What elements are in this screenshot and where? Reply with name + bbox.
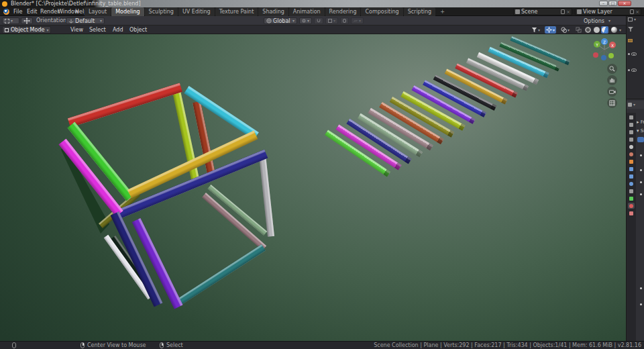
tab-scripting[interactable]: Scripting [404,7,436,16]
panel-surface-fragment[interactable]: ▾ Su [637,128,644,134]
shading-solid-button[interactable] [592,26,601,34]
properties-tab-scene[interactable] [628,144,635,150]
chevron-down-icon: ▾ [553,28,555,32]
object-visibility-dropdown[interactable]: ▾ [530,26,541,34]
minimize-button[interactable]: – [599,1,608,6]
options-dropdown[interactable]: Options ▾ [581,17,613,24]
eye-visibility-icon[interactable] [631,68,637,72]
shading-wireframe-button[interactable] [584,26,592,34]
tab-texture-paint[interactable]: Texture Paint [215,7,258,16]
tab-sculpting[interactable]: Sculpting [145,7,178,16]
outliner-object-row[interactable] [628,68,637,72]
proportional-circle-icon [343,19,346,23]
properties-tab-world[interactable] [628,151,635,157]
perspective-toggle-button[interactable] [607,98,617,108]
axis-navigation-gizmo[interactable]: Z Y X [587,36,622,64]
gizmos-dropdown[interactable]: ▾ [545,26,556,34]
cube-mauve-beam[interactable] [202,193,266,250]
slider-handle[interactable] [640,181,642,183]
overlays-dropdown[interactable]: ▾ [559,26,571,34]
cube-teal-beam[interactable] [176,244,266,305]
scene-statistics: Scene Collection | Plane | Verts:292 | F… [374,342,641,348]
select-menu[interactable]: Select [86,26,109,34]
material-icon [629,204,633,208]
mode-dropdown[interactable]: Object Mode ▾ [2,26,51,34]
unlink-scene-icon[interactable]: × [566,9,570,15]
maximize-button[interactable]: □ [608,1,617,6]
menu-file[interactable]: File [11,7,25,16]
chevron-down-icon: ▾ [633,103,635,107]
properties-tab-particles[interactable] [628,173,635,179]
properties-tab-view-layer[interactable] [628,136,635,142]
scene-selector[interactable]: Scene × [513,8,572,15]
xray-toggle[interactable] [574,26,583,34]
properties-tab-modifiers[interactable] [628,166,635,172]
shading-material-preview-button[interactable] [601,26,608,34]
orientation-dropdown[interactable]: Default ▾ [66,17,105,24]
snap-target-dropdown[interactable]: ▾ [325,17,338,24]
falloff-dropdown[interactable]: ▾ [351,17,364,24]
properties-tab-texture[interactable] [628,210,635,216]
cube-silver-beam[interactable] [259,154,274,236]
properties-tab-constraints[interactable] [628,188,635,194]
shading-dropdown[interactable]: ▾ [618,26,623,34]
chevron-down-icon: ▾ [608,19,610,23]
new-view-layer-icon[interactable] [630,9,634,14]
properties-tab-output[interactable] [628,129,635,135]
slider-handle[interactable] [640,154,642,156]
middle-mouse-icon [80,342,85,348]
active-tool-dropdown[interactable]: ▾ [2,17,19,24]
properties-tab-tool[interactable] [628,114,635,120]
remove-view-layer-icon[interactable]: × [635,9,639,15]
rendered-sphere-icon [611,27,617,33]
properties-tab-render[interactable] [628,121,635,128]
viewport-3d[interactable]: Z Y X [0,34,626,341]
scene-icon [515,9,520,14]
pivot-point-dropdown[interactable]: ▾ [299,17,312,24]
tab-uv-editing[interactable]: UV Editing [178,7,215,16]
menubar: File Edit Render Window Help Layout Mode… [0,7,644,16]
close-button[interactable]: × [618,1,631,6]
properties-editor-icon[interactable] [628,103,632,107]
surface-shader-button[interactable] [637,137,644,142]
view-menu[interactable]: View [67,26,87,34]
pan-view-button[interactable] [607,75,617,85]
tab-modeling[interactable]: Modeling [111,7,144,16]
wireframe-sphere-icon [585,27,591,33]
add-workspace-button[interactable]: + [436,7,449,16]
panel-preview-fragment[interactable]: ▸ Fr [637,119,644,125]
cube-red-beam[interactable] [68,83,182,127]
object-menu[interactable]: Object [126,26,150,34]
proportional-editing-toggle[interactable] [340,17,349,24]
tab-layout[interactable]: Layout [85,7,111,16]
slider-handle[interactable] [640,169,642,171]
properties-tab-physics[interactable] [628,181,635,187]
tab-rendering[interactable]: Rendering [325,7,361,16]
properties-tab-object-data[interactable] [628,195,635,201]
snap-toggle[interactable] [314,17,323,24]
new-scene-icon[interactable] [561,9,565,14]
blender-logo-icon[interactable] [3,9,9,15]
window-title: Blender* [C:\Projekte\Detlef\infinity_ta… [11,1,141,7]
eye-visibility-icon[interactable] [631,52,637,56]
camera-view-button[interactable] [607,87,617,97]
transform-orientation-dropdown[interactable]: Global ▾ [264,17,297,24]
left-mouse-icon [12,342,16,348]
filter-icon[interactable] [628,27,633,32]
outliner-object-row[interactable] [628,52,637,56]
tab-shading[interactable]: Shading [258,7,288,16]
properties-tab-object[interactable] [628,158,635,164]
slider-handle[interactable] [640,287,642,289]
slider-handle[interactable] [640,303,642,305]
texture-icon [629,211,633,215]
properties-tab-material[interactable] [628,203,635,209]
tab-compositing[interactable]: Compositing [361,7,402,16]
add-menu[interactable]: Add [109,26,127,34]
zoom-view-button[interactable] [607,64,617,74]
view-layer-selector[interactable]: View Layer × [575,8,641,15]
slider-handle[interactable] [640,193,642,195]
outliner-collection-row[interactable] [628,39,633,42]
display-mode-icon[interactable] [628,17,633,21]
tab-animation[interactable]: Animation [289,7,325,16]
move-tool-button[interactable] [21,17,33,24]
